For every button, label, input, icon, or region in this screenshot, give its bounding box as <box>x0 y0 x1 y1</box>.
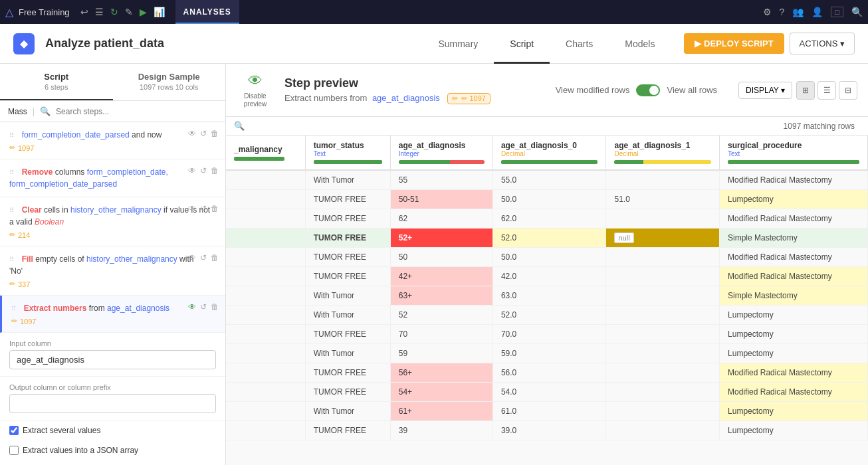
actions-button[interactable]: ACTIONS ▾ <box>790 33 855 54</box>
analyses-tab[interactable]: ANALYSES <box>175 0 239 24</box>
reset-icon[interactable]: ↺ <box>200 302 207 312</box>
reset-icon[interactable]: ↺ <box>200 204 207 213</box>
table-cell <box>606 325 720 344</box>
table-cell <box>606 344 720 363</box>
table-cell <box>226 229 305 248</box>
tab-script[interactable]: Script <box>494 24 550 64</box>
brand-logo: ◆ <box>13 33 35 54</box>
table-cell: Modified Radical Mastectomy <box>720 209 868 229</box>
table-search-input[interactable] <box>250 121 778 131</box>
table-cell: 56.0 <box>492 363 606 383</box>
table-search-row: 🔍 1097 matching rows <box>226 117 868 136</box>
search-icon[interactable]: 🔍 <box>851 7 863 17</box>
input-column-field[interactable] <box>9 350 216 369</box>
compact-view-button[interactable]: ⊟ <box>839 81 857 100</box>
view-icons: ⊞ ☰ ⊟ <box>796 81 857 100</box>
table-cell <box>226 325 305 344</box>
sidebar-tab-design-sample[interactable]: Design Sample 1097 rows 10 cols <box>113 64 226 100</box>
settings-icon[interactable]: ⚙ <box>763 7 772 17</box>
grid-view-button[interactable]: ⊞ <box>796 81 815 100</box>
table-cell: With Tumor <box>305 286 390 306</box>
table-cell: 51.0 <box>606 190 720 209</box>
table-cell <box>226 344 305 363</box>
eye-icon[interactable]: 👁 <box>188 253 196 262</box>
table-row: TUMOR FREE50-5150.051.0Lumpectomy <box>226 190 868 209</box>
delete-icon[interactable]: 🗑 <box>211 302 219 312</box>
eye-icon[interactable]: 👁 <box>188 302 196 312</box>
reset-icon[interactable]: ↺ <box>200 166 207 175</box>
tab-summary[interactable]: Summary <box>422 24 494 64</box>
brand-icon: ◆ <box>20 37 28 50</box>
reset-icon[interactable]: ↺ <box>200 253 207 262</box>
table-cell: 50.0 <box>492 248 606 267</box>
refresh-icon[interactable]: ↻ <box>110 7 118 17</box>
reset-icon[interactable]: ↺ <box>200 129 207 138</box>
table-cell: 52+ <box>390 229 492 248</box>
undo-icon[interactable]: ↩ <box>80 7 88 17</box>
null-badge: null <box>614 232 633 243</box>
table-cell: 63+ <box>390 286 492 306</box>
table-cell: With Tumor <box>305 344 390 363</box>
chart-icon[interactable]: 📊 <box>154 7 165 17</box>
list-view-button[interactable]: ☰ <box>817 81 836 100</box>
mass-button[interactable]: Mass <box>8 107 27 116</box>
list-icon[interactable]: ☰ <box>95 7 104 17</box>
team-icon[interactable]: 👥 <box>792 7 804 17</box>
topbar-right-icons: ⚙ ? 👥 👤 □ 🔍 <box>763 7 863 17</box>
table-cell: Modified Radical Mastectomy <box>720 248 868 267</box>
output-column-field[interactable] <box>9 394 216 413</box>
table-cell: With Tumor <box>305 170 390 190</box>
col-header-surgical: surgical_procedure Text <box>720 136 868 170</box>
step-icons: 👁 ↺ 🗑 <box>188 253 219 262</box>
navbar: ◆ Analyze patient_data Summary Script Ch… <box>0 24 868 64</box>
table-cell <box>226 170 305 190</box>
table-cell: Lumpectomy <box>720 344 868 363</box>
search-steps-input[interactable] <box>56 107 217 116</box>
eye-icon[interactable]: 👁 <box>188 129 196 138</box>
view-modified-toggle[interactable] <box>636 84 660 96</box>
user-icon[interactable]: 👤 <box>812 7 823 17</box>
table-cell <box>606 363 720 383</box>
edit-icon[interactable]: ✎ <box>125 7 133 17</box>
sidebar-tab-script[interactable]: Script 6 steps <box>0 64 113 100</box>
output-column-section: Output column or column prefix <box>0 377 225 420</box>
table-cell <box>226 421 305 440</box>
table-cell: With Tumor <box>305 402 390 421</box>
drag-handle-icon: ⠿ <box>9 132 14 139</box>
nav-tabs: Summary Script Charts Models <box>422 24 671 64</box>
table-cell: 61.0 <box>492 402 606 421</box>
tab-charts[interactable]: Charts <box>550 24 609 64</box>
table-cell: Modified Radical Mastectomy <box>720 383 868 402</box>
delete-icon[interactable]: 🗑 <box>211 204 219 213</box>
deploy-script-button[interactable]: ▶ DEPLOY SCRIPT <box>684 33 784 54</box>
table-cell: TUMOR FREE <box>305 325 390 344</box>
table-row: TUMOR FREE52+52.0nullSimple Mastectomy <box>226 229 868 248</box>
window-icon[interactable]: □ <box>831 7 843 17</box>
table-cell: With Tumor <box>305 306 390 325</box>
step-text: Remove columns form_completion_date, for… <box>9 167 168 189</box>
disable-preview-button[interactable]: 👁 Disable preview <box>237 70 274 110</box>
table-cell: Modified Radical Mastectomy <box>720 267 868 286</box>
table-cell: Lumpectomy <box>720 306 868 325</box>
tab-models[interactable]: Models <box>609 24 671 64</box>
delete-icon[interactable]: 🗑 <box>211 253 219 262</box>
table-cell: Lumpectomy <box>720 190 868 209</box>
drag-handle-icon: ⠿ <box>9 207 14 214</box>
extract-several-checkbox[interactable] <box>9 426 19 435</box>
help-icon[interactable]: ? <box>780 7 785 17</box>
step-input-section: Input column <box>0 333 225 377</box>
delete-icon[interactable]: 🗑 <box>211 166 219 175</box>
app-logo-icon: △ <box>5 6 13 19</box>
display-button[interactable]: DISPLAY ▾ <box>738 82 792 99</box>
run-icon[interactable]: ▶ <box>140 7 147 17</box>
table-row: TUMOR FREE5050.0Modified Radical Mastect… <box>226 248 868 267</box>
eye-icon[interactable]: 👁 <box>188 204 196 213</box>
table-cell: 54.0 <box>492 383 606 402</box>
step-text: form_completion_date_parsed and now <box>22 130 162 140</box>
preview-header: 👁 Disable preview Step preview Extract n… <box>226 64 868 117</box>
delete-icon[interactable]: 🗑 <box>211 129 219 138</box>
table-row: With Tumor5959.0Lumpectomy <box>226 344 868 363</box>
eye-icon[interactable]: 👁 <box>188 166 196 175</box>
extract-json-checkbox[interactable] <box>9 446 19 455</box>
sidebar-tabs: Script 6 steps Design Sample 1097 rows 1… <box>0 64 225 101</box>
